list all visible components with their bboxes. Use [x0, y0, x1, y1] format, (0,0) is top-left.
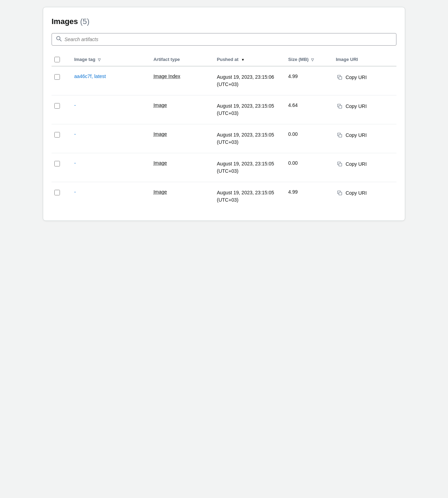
table-row: -ImageAugust 19, 2023, 23:15:05 (UTC+03)…	[52, 124, 396, 153]
row-uri-cell: Copy URI	[333, 153, 396, 182]
copy-uri-label: Copy URI	[346, 132, 367, 138]
column-header-image-uri: Image URI	[333, 53, 396, 66]
row-artifact-type-cell: Image	[150, 124, 214, 153]
row-pushed-at-cell: August 19, 2023, 23:15:05 (UTC+03)	[214, 153, 286, 182]
pushed-at-value: August 19, 2023, 23:15:05 (UTC+03)	[217, 190, 274, 203]
copy-icon	[336, 160, 343, 168]
copy-uri-button[interactable]: Copy URI	[336, 160, 367, 168]
row-artifact-type-cell: Image Index	[150, 66, 214, 95]
copy-uri-button[interactable]: Copy URI	[336, 189, 367, 197]
size-value: 0.00	[288, 131, 298, 137]
table-row: -ImageAugust 19, 2023, 23:15:05 (UTC+03)…	[52, 153, 396, 182]
row-pushed-at-cell: August 19, 2023, 23:15:05 (UTC+03)	[214, 182, 286, 211]
row-size-cell: 4.64	[285, 95, 333, 124]
row-artifact-type-cell: Image	[150, 153, 214, 182]
copy-uri-button[interactable]: Copy URI	[336, 102, 367, 110]
artifact-type-label[interactable]: Image	[153, 189, 167, 195]
copy-uri-label: Copy URI	[346, 161, 367, 167]
size-sort-icon: ▽	[311, 58, 314, 62]
svg-rect-5	[339, 163, 342, 166]
copy-uri-button[interactable]: Copy URI	[336, 73, 367, 81]
row-size-cell: 0.00	[285, 124, 333, 153]
row-checkbox-3[interactable]	[54, 132, 60, 138]
select-all-header	[52, 53, 71, 66]
image-tag-link[interactable]: -	[74, 160, 76, 166]
copy-uri-label: Copy URI	[346, 190, 367, 196]
row-artifact-type-cell: Image	[150, 182, 214, 211]
column-header-size[interactable]: Size (MB) ▽	[285, 53, 333, 66]
size-value: 4.99	[288, 189, 298, 195]
images-panel: Images (5) Image tag ▽	[43, 7, 405, 221]
copy-uri-label: Copy URI	[346, 103, 367, 109]
row-pushed-at-cell: August 19, 2023, 23:15:05 (UTC+03)	[214, 124, 286, 153]
copy-icon	[336, 102, 343, 110]
pushed-at-sort-icon: ▼	[241, 58, 245, 62]
row-checkbox-cell	[52, 182, 71, 211]
row-tag-cell: -	[71, 182, 151, 211]
images-table: Image tag ▽ Artifact type Pushed at ▼ Si…	[52, 53, 396, 211]
image-tag-sort-icon: ▽	[98, 58, 101, 62]
row-pushed-at-cell: August 19, 2023, 23:15:05 (UTC+03)	[214, 95, 286, 124]
column-header-image-tag[interactable]: Image tag ▽	[71, 53, 151, 66]
copy-uri-label: Copy URI	[346, 75, 367, 80]
image-tag-link[interactable]: aa46c7f, latest	[74, 73, 106, 79]
page-title: Images (5)	[52, 17, 396, 26]
artifact-type-label[interactable]: Image	[153, 102, 167, 108]
copy-icon	[336, 131, 343, 139]
image-tag-link[interactable]: -	[74, 102, 76, 108]
row-artifact-type-cell: Image	[150, 95, 214, 124]
row-checkbox-cell	[52, 153, 71, 182]
search-input[interactable]	[64, 37, 392, 42]
row-checkbox-cell	[52, 95, 71, 124]
row-uri-cell: Copy URI	[333, 95, 396, 124]
pushed-at-value: August 19, 2023, 23:15:05 (UTC+03)	[217, 103, 274, 116]
row-uri-cell: Copy URI	[333, 124, 396, 153]
table-row: aa46c7f, latestImage IndexAugust 19, 202…	[52, 66, 396, 95]
row-checkbox-5[interactable]	[54, 190, 60, 195]
row-checkbox-cell	[52, 124, 71, 153]
column-header-artifact-type: Artifact type	[150, 53, 214, 66]
svg-rect-4	[339, 134, 342, 137]
svg-line-1	[60, 40, 62, 41]
column-header-pushed-at[interactable]: Pushed at ▼	[214, 53, 286, 66]
pushed-at-value: August 19, 2023, 23:15:05 (UTC+03)	[217, 132, 274, 145]
size-value: 4.64	[288, 102, 298, 108]
artifact-type-label[interactable]: Image	[153, 160, 167, 166]
table-header-row: Image tag ▽ Artifact type Pushed at ▼ Si…	[52, 53, 396, 66]
pushed-at-value: August 19, 2023, 23:15:05 (UTC+03)	[217, 161, 274, 174]
row-tag-cell: -	[71, 95, 151, 124]
copy-uri-button[interactable]: Copy URI	[336, 131, 367, 139]
row-checkbox-1[interactable]	[54, 74, 60, 80]
row-pushed-at-cell: August 19, 2023, 23:15:06 (UTC+03)	[214, 66, 286, 95]
pushed-at-value: August 19, 2023, 23:15:06 (UTC+03)	[217, 74, 274, 87]
row-size-cell: 4.99	[285, 182, 333, 211]
artifact-type-label[interactable]: Image	[153, 131, 167, 137]
image-tag-link[interactable]: -	[74, 131, 76, 137]
svg-rect-6	[339, 192, 342, 195]
select-all-checkbox[interactable]	[54, 57, 60, 62]
row-checkbox-2[interactable]	[54, 103, 60, 109]
copy-icon	[336, 189, 343, 197]
search-bar	[52, 33, 396, 46]
row-tag-cell: -	[71, 124, 151, 153]
row-size-cell: 4.99	[285, 66, 333, 95]
row-size-cell: 0.00	[285, 153, 333, 182]
copy-icon	[336, 73, 343, 81]
row-checkbox-4[interactable]	[54, 161, 60, 166]
row-tag-cell: -	[71, 153, 151, 182]
artifact-type-label[interactable]: Image Index	[153, 73, 180, 79]
size-value: 0.00	[288, 160, 298, 166]
row-tag-cell: aa46c7f, latest	[71, 66, 151, 95]
table-row: -ImageAugust 19, 2023, 23:15:05 (UTC+03)…	[52, 182, 396, 211]
image-tag-link[interactable]: -	[74, 189, 76, 195]
row-uri-cell: Copy URI	[333, 66, 396, 95]
svg-rect-3	[339, 106, 342, 108]
row-checkbox-cell	[52, 66, 71, 95]
table-row: -ImageAugust 19, 2023, 23:15:05 (UTC+03)…	[52, 95, 396, 124]
row-uri-cell: Copy URI	[333, 182, 396, 211]
svg-rect-2	[339, 77, 342, 79]
search-icon	[56, 36, 62, 43]
size-value: 4.99	[288, 73, 298, 79]
